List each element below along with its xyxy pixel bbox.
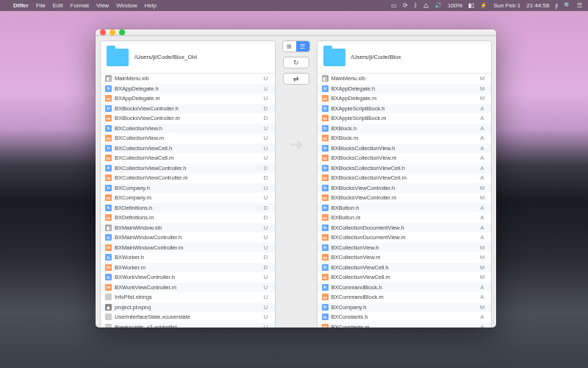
file-type-icon: m <box>105 174 112 181</box>
file-status: A <box>478 284 487 291</box>
file-type-icon: h <box>322 224 329 231</box>
menu-view[interactable]: View <box>96 2 109 9</box>
file-row[interactable]: hBXAppDelegate.hM <box>318 84 492 94</box>
view-list-button[interactable]: ☰ <box>296 41 309 52</box>
clock-date[interactable]: Sun Feb 1 <box>493 2 520 9</box>
file-row[interactable]: mBXBlocksViewController.mD <box>101 113 275 124</box>
sync-icon[interactable]: ⟳ <box>403 2 408 9</box>
file-type-icon: h <box>105 185 112 191</box>
menu-file[interactable]: File <box>36 2 46 9</box>
power-icon[interactable]: ⚡ <box>480 2 487 9</box>
file-row[interactable]: hBXWorker.hD <box>101 252 275 263</box>
bluetooth-icon[interactable]: ᛒ <box>414 2 417 9</box>
file-type-icon: h <box>105 234 112 241</box>
file-status: U <box>262 224 270 231</box>
file-row[interactable]: Breakpoints_v2.xcbkptlistU <box>101 322 275 328</box>
file-row[interactable]: hBXCommandBlock.hA <box>318 283 492 293</box>
file-row[interactable]: ◧MainMenu.xibM <box>318 74 492 84</box>
user-name[interactable]: ji <box>555 2 558 9</box>
right-pane-header[interactable]: /Users/ji/Code/Blox <box>318 41 492 74</box>
close-button[interactable] <box>100 29 106 35</box>
minimize-button[interactable] <box>110 29 115 35</box>
differ-window: /Users/ji/Code/Blox_Old ◧MainMenu.xibUhB… <box>96 29 496 328</box>
file-row[interactable]: hBXConstants.hA <box>318 312 492 322</box>
file-row[interactable]: mBXButton.mA <box>318 213 492 223</box>
file-row[interactable]: hBXWorkViewController.hU <box>101 272 275 283</box>
file-row[interactable]: mBXCollectionView.mU <box>101 133 275 144</box>
file-row[interactable]: mBXCollectionViewCell.mM <box>318 272 492 283</box>
file-row[interactable]: hBXCollectionViewCell.hM <box>318 263 492 273</box>
file-name: BXButton.m <box>331 214 478 221</box>
file-row[interactable]: mBXWorker.mD <box>101 263 275 273</box>
zoom-button[interactable] <box>119 29 125 35</box>
file-row[interactable]: mBXMainWindowController.mU <box>101 243 275 253</box>
menu-window[interactable]: Window <box>116 2 137 9</box>
file-row[interactable]: hBXBlocksCollectionView.hA <box>318 144 492 154</box>
file-row[interactable]: hBXDefinitions.hD <box>101 203 275 213</box>
file-name: BXCommandBlock.m <box>331 294 478 300</box>
left-file-list[interactable]: ◧MainMenu.xibUhBXAppDelegate.hUmBXAppDel… <box>101 74 275 328</box>
file-row[interactable]: mBXCollectionViewCell.mU <box>101 153 275 163</box>
file-type-icon: m <box>322 115 329 121</box>
spotlight-icon[interactable]: 🔍 <box>564 2 571 9</box>
clock-time[interactable]: 21:44:58 <box>526 2 549 9</box>
file-row[interactable]: hBXBlocksCollectionViewCell.hA <box>318 163 492 174</box>
file-type-icon: m <box>322 254 329 261</box>
menu-extra-icon[interactable]: ▭ <box>391 2 397 9</box>
swap-button[interactable]: ⇄ <box>283 73 309 85</box>
file-row[interactable]: mBXWorkViewController.mU <box>101 283 275 293</box>
file-row[interactable]: mBXCollectionView.mM <box>318 252 492 263</box>
file-row[interactable]: hBXCollectionViewController.hD <box>101 163 275 174</box>
file-row[interactable]: hBXBlock.hA <box>318 124 492 134</box>
file-row[interactable]: hBXCollectionView.hU <box>101 124 275 134</box>
view-mode-segmented[interactable]: ⊞ ☰ <box>282 40 310 52</box>
file-row[interactable]: mBXConstants.mA <box>318 322 492 328</box>
menu-help[interactable]: Help <box>145 2 157 9</box>
right-file-list[interactable]: ◧MainMenu.xibMhBXAppDelegate.hMmBXAppDel… <box>318 74 492 328</box>
file-row[interactable]: mBXAppleScriptBlock.mA <box>318 113 492 124</box>
file-row[interactable]: hBXAppleScriptBlock.hA <box>318 104 492 114</box>
notification-center-icon[interactable]: ☰ <box>577 2 582 9</box>
file-row[interactable]: hBXCompany.hM <box>318 302 492 313</box>
file-row[interactable]: mBXCollectionDocumentView.mA <box>318 233 492 243</box>
menu-format[interactable]: Format <box>71 2 89 9</box>
file-row[interactable]: InfoPlist.stringsU <box>101 292 275 302</box>
file-status: A <box>478 205 487 211</box>
file-row[interactable]: mBXCollectionViewController.mD <box>101 173 275 183</box>
file-row[interactable]: hBXCompany.hU <box>101 183 275 194</box>
view-grid-button[interactable]: ⊞ <box>283 41 296 52</box>
file-row[interactable]: mBXBlocksViewController.mM <box>318 193 492 203</box>
file-row[interactable]: ◆project.pbxprojU <box>101 302 275 313</box>
file-row[interactable]: hBXCollectionViewCell.hU <box>101 144 275 154</box>
file-row[interactable]: hBXBlocksViewController.hM <box>318 183 492 194</box>
file-row[interactable]: hBXCollectionView.hM <box>318 243 492 253</box>
file-status: M <box>478 194 487 201</box>
menu-edit[interactable]: Edit <box>53 2 63 9</box>
file-name: BXMainWindowController.m <box>115 244 262 251</box>
file-row[interactable]: hBXCollectionDocumentView.hA <box>318 223 492 233</box>
file-row[interactable]: mBXBlock.mA <box>318 133 492 144</box>
file-row[interactable]: ◧MainMenu.xibU <box>101 74 275 84</box>
file-row[interactable]: ◧BXMainWindow.xibU <box>101 223 275 233</box>
titlebar[interactable] <box>96 29 496 36</box>
file-status: A <box>478 165 487 171</box>
file-row[interactable]: mBXCompany.mU <box>101 193 275 203</box>
app-name[interactable]: Differ <box>13 2 29 9</box>
volume-icon[interactable]: 🔊 <box>434 2 442 9</box>
battery-percent[interactable]: 100% <box>448 2 462 9</box>
file-row[interactable]: hBXBlocksViewController.hD <box>101 104 275 114</box>
file-row[interactable]: mBXAppDelegate.mM <box>318 93 492 104</box>
refresh-button[interactable]: ↻ <box>283 57 309 68</box>
file-status: U <box>262 244 270 251</box>
file-row[interactable]: mBXAppDelegate.mU <box>101 93 275 104</box>
file-row[interactable]: mBXDefinitions.mD <box>101 213 275 223</box>
file-row[interactable]: hBXAppDelegate.hU <box>101 84 275 94</box>
left-pane-header[interactable]: /Users/ji/Code/Blox_Old <box>101 41 275 74</box>
file-row[interactable]: mBXCommandBlock.mA <box>318 292 492 302</box>
file-row[interactable]: hBXButton.hA <box>318 203 492 213</box>
file-row[interactable]: hBXMainWindowController.hU <box>101 233 275 243</box>
file-row[interactable]: UserInterfaceState.xcuserstateU <box>101 312 275 322</box>
file-row[interactable]: mBXBlocksCollectionView.mA <box>318 153 492 163</box>
wifi-icon[interactable]: ⧋ <box>423 2 429 10</box>
file-row[interactable]: mBXBlocksCollectionViewCell.mA <box>318 173 492 183</box>
